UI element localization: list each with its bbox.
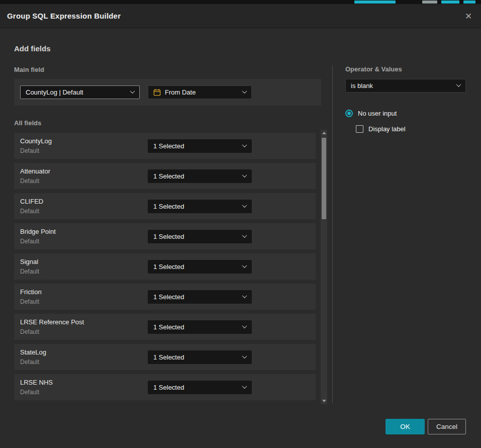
display-label-checkbox[interactable]: Display label bbox=[356, 125, 406, 133]
group-sql-expression-builder-dialog: Group SQL Expression Builder ✕ Add field… bbox=[0, 4, 481, 448]
field-values-select[interactable]: 1 Selected bbox=[148, 260, 252, 274]
checkbox-unchecked-icon bbox=[356, 125, 363, 133]
field-values-select[interactable]: 1 Selected bbox=[148, 230, 252, 243]
select-value: 1 Selected bbox=[153, 323, 239, 331]
chevron-down-icon bbox=[242, 323, 247, 328]
chevron-down-icon bbox=[242, 263, 247, 268]
field-values-select[interactable]: 1 Selected bbox=[148, 169, 252, 183]
scrollbar-thumb[interactable] bbox=[322, 138, 326, 219]
panel-divider bbox=[332, 65, 333, 403]
background-ui-fragment bbox=[354, 1, 396, 4]
calendar-icon bbox=[153, 88, 161, 96]
checkbox-label: Display label bbox=[368, 125, 406, 133]
background-ui-fragment bbox=[422, 1, 437, 4]
select-value: is blank bbox=[351, 82, 453, 89]
field-row: LRSE Reference Post Default 1 Selected bbox=[14, 314, 316, 340]
select-value: 1 Selected bbox=[153, 293, 239, 301]
main-field-label: Main field bbox=[14, 66, 44, 73]
radio-selected-icon bbox=[345, 110, 353, 117]
select-value: 1 Selected bbox=[153, 142, 239, 150]
select-value: 1 Selected bbox=[153, 172, 239, 180]
chevron-down-icon bbox=[456, 82, 461, 87]
background-ui-fragment bbox=[441, 1, 459, 4]
close-icon: ✕ bbox=[465, 11, 472, 22]
field-row: Friction Default 1 Selected bbox=[14, 284, 316, 310]
field-row: Bridge Point Default 1 Selected bbox=[14, 223, 316, 249]
field-row: Signal Default 1 Selected bbox=[14, 253, 316, 280]
background-app-strip bbox=[0, 0, 481, 4]
chevron-down-icon bbox=[242, 172, 247, 177]
fields-scrollbar[interactable] bbox=[321, 130, 327, 404]
select-value: 1 Selected bbox=[153, 353, 239, 361]
chevron-down-icon bbox=[242, 88, 247, 94]
field-values-select[interactable]: 1 Selected bbox=[148, 290, 252, 304]
field-row: CLIFED Default 1 Selected bbox=[14, 193, 316, 219]
background-ui-fragment bbox=[463, 1, 475, 4]
select-value: CountyLog | Default bbox=[26, 88, 127, 96]
main-date-field-select[interactable]: From Date bbox=[148, 85, 252, 99]
all-fields-list: CountyLog Default 1 Selected Attenuator … bbox=[14, 133, 316, 400]
select-value: 1 Selected bbox=[153, 384, 239, 391]
chevron-down-icon bbox=[242, 142, 247, 147]
select-value: 1 Selected bbox=[153, 263, 239, 271]
select-value: 1 Selected bbox=[153, 233, 239, 240]
chevron-down-icon bbox=[242, 384, 247, 389]
operator-select[interactable]: is blank bbox=[345, 79, 466, 93]
select-value: 1 Selected bbox=[153, 203, 239, 210]
dialog-title: Group SQL Expression Builder bbox=[7, 12, 121, 20]
ok-button[interactable]: OK bbox=[386, 419, 425, 434]
field-row: Attenuator Default 1 Selected bbox=[14, 163, 316, 189]
chevron-down-icon bbox=[242, 233, 247, 238]
add-fields-heading: Add fields bbox=[14, 44, 51, 53]
chevron-down-icon bbox=[242, 293, 247, 298]
field-row: StateLog Default 1 Selected bbox=[14, 344, 316, 370]
field-row: LRSE NHS Default 1 Selected bbox=[14, 374, 316, 400]
dialog-header: Group SQL Expression Builder ✕ bbox=[0, 4, 481, 28]
radio-dot bbox=[347, 112, 351, 115]
field-values-select[interactable]: 1 Selected bbox=[148, 350, 252, 364]
select-value: From Date bbox=[165, 88, 239, 96]
cancel-button[interactable]: Cancel bbox=[428, 419, 466, 434]
field-values-select[interactable]: 1 Selected bbox=[148, 381, 252, 394]
operator-values-heading: Operator & Values bbox=[345, 65, 402, 73]
field-row: CountyLog Default 1 Selected bbox=[14, 133, 316, 159]
field-values-select[interactable]: 1 Selected bbox=[148, 200, 252, 213]
radio-label: No user input bbox=[358, 110, 397, 117]
field-values-select[interactable]: 1 Selected bbox=[148, 320, 252, 334]
chevron-down-icon bbox=[242, 353, 247, 359]
field-values-select[interactable]: 1 Selected bbox=[148, 139, 252, 153]
scroll-up-arrow-icon[interactable] bbox=[322, 132, 326, 134]
chevron-down-icon bbox=[130, 88, 135, 94]
all-fields-label: All fields bbox=[14, 119, 41, 127]
chevron-down-icon bbox=[242, 203, 247, 208]
main-field-row: CountyLog | Default From Date bbox=[14, 79, 321, 106]
close-button[interactable]: ✕ bbox=[462, 10, 475, 23]
scroll-down-arrow-icon[interactable] bbox=[322, 400, 326, 402]
main-layer-select[interactable]: CountyLog | Default bbox=[20, 85, 140, 99]
no-user-input-radio[interactable]: No user input bbox=[345, 110, 397, 117]
